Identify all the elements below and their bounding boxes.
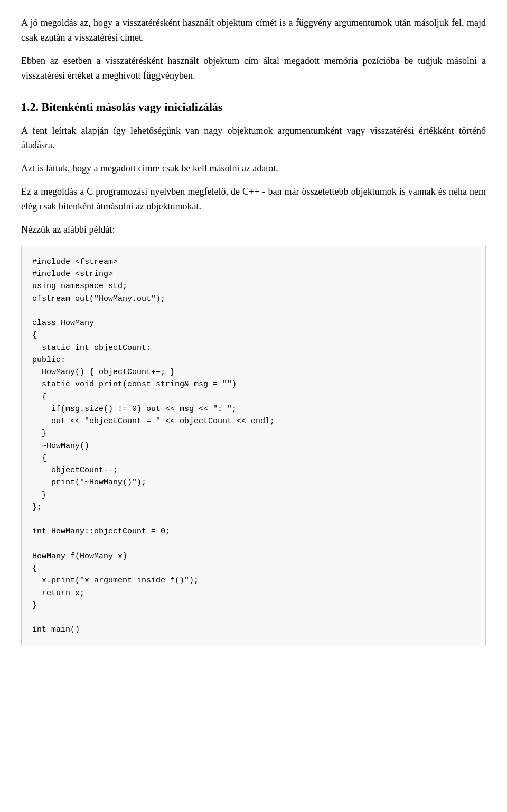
paragraph-6: Nézzük az alábbi példát:	[21, 223, 486, 237]
paragraph-5: Ez a megoldás a C programozási nyelvben …	[21, 185, 486, 214]
section-title-text: Bitenkénti másolás vagy inicializálás	[42, 100, 223, 113]
paragraph-3: A fent leírtak alapján így lehetőségünk …	[21, 124, 486, 154]
section-heading: 1.2. Bitenkénti másolás vagy inicializál…	[21, 98, 486, 116]
paragraph-1: A jó megoldás az, hogy a visszatérésként…	[21, 16, 486, 45]
paragraph-4: Azt is láttuk, hogy a megadott címre csa…	[21, 161, 486, 176]
code-block: #include <fstream> #include <string> usi…	[21, 246, 486, 646]
section-number: 1.2.	[21, 100, 39, 113]
paragraph-2: Ebben az esetben a visszatérésként haszn…	[21, 54, 486, 83]
